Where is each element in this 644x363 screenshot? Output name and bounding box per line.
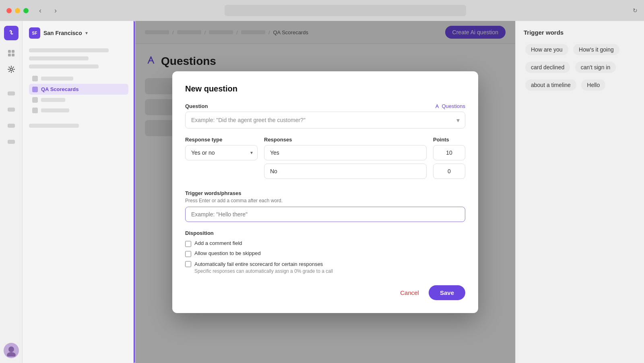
modal-overlay[interactable]: New question Question Questions Example: xyxy=(135,21,515,363)
points2-input[interactable] xyxy=(433,164,465,179)
nav-item-placeholder2[interactable] xyxy=(29,95,128,105)
trigger-section: Trigger words/phrases Press Enter or add… xyxy=(185,190,465,222)
sidebar-icon-item4[interactable] xyxy=(5,135,18,148)
svg-rect-1 xyxy=(12,50,14,53)
response1-input[interactable] xyxy=(264,145,427,160)
auto-fail-row: Automatically fail entire scorecard for … xyxy=(185,260,465,274)
chevron-down-icon[interactable]: ▾ xyxy=(85,30,88,36)
main-content: / / / / QA Scorecards Create Ai question xyxy=(135,21,515,363)
user-avatar[interactable] xyxy=(4,343,19,358)
sidebar-icon-users[interactable] xyxy=(5,87,18,100)
maximize-button[interactable] xyxy=(23,8,29,13)
app: SF San Francisco ▾ QA Scorecards xyxy=(0,21,644,363)
response-type-label: Response type xyxy=(185,137,258,143)
modal-footer: Cancel Save xyxy=(185,285,465,300)
nav-item-placeholder3[interactable] xyxy=(29,105,128,116)
trigger-hint: Press Enter or add a comma after each wo… xyxy=(185,198,465,203)
url-bar[interactable] xyxy=(225,5,466,16)
question-row-header: Question Questions xyxy=(185,103,465,109)
trigger-words-label: Trigger words/phrases xyxy=(185,190,465,196)
titlebar: ‹ › ↻ xyxy=(0,0,644,21)
modal-title: New question xyxy=(185,84,465,93)
trigger-tags-row2: card declined can't sign in xyxy=(524,60,636,75)
auto-fail-sublabel: Specific responses can automatically ass… xyxy=(194,268,333,274)
response2-input[interactable] xyxy=(264,164,427,179)
back-button[interactable]: ‹ xyxy=(37,5,44,17)
svg-rect-3 xyxy=(12,54,14,56)
workspace-avatar: SF xyxy=(29,27,40,39)
refresh-button[interactable]: ↻ xyxy=(633,7,638,14)
trigger-input[interactable] xyxy=(185,207,465,222)
skeleton-line xyxy=(29,48,109,52)
skeleton-line xyxy=(29,56,89,60)
trigger-tags-row3: about a timeline Hello xyxy=(524,78,636,92)
qa-scorecards-label: QA Scorecards xyxy=(41,86,78,92)
ai-questions-label: Questions xyxy=(442,103,465,109)
auto-fail-label[interactable]: Automatically fail entire scorecard for … xyxy=(194,261,323,267)
svg-point-6 xyxy=(7,352,16,357)
sidebar-icon-settings[interactable] xyxy=(5,63,18,76)
active-indicator xyxy=(134,21,135,363)
question-label: Question xyxy=(185,103,208,109)
ai-questions-link[interactable]: Questions xyxy=(434,103,465,109)
disposition-section: Disposition Add a comment field Allow qu… xyxy=(185,230,465,274)
trigger-tag-hows-it-going[interactable]: How's it going xyxy=(573,44,619,55)
app-logo xyxy=(4,26,19,40)
responses-col: Responses xyxy=(264,137,427,182)
allow-skip-row: Allow question to be skipped xyxy=(185,250,465,257)
points-col: Points xyxy=(433,137,465,182)
close-button[interactable] xyxy=(6,8,12,13)
response-type-col: Response type Yes or no Multiple choice … xyxy=(185,137,258,182)
add-comment-label[interactable]: Add a comment field xyxy=(194,240,242,246)
points1-input[interactable] xyxy=(433,145,465,160)
points-label: Points xyxy=(433,137,465,143)
skeleton-line xyxy=(29,64,99,68)
minimize-button[interactable] xyxy=(15,8,20,13)
trigger-words-title: Trigger words xyxy=(524,29,636,36)
left-panel: SF San Francisco ▾ QA Scorecards xyxy=(23,21,135,363)
trigger-tags-row1: How are you How's it going xyxy=(524,42,636,57)
auto-fail-checkbox[interactable] xyxy=(185,261,191,267)
forward-button[interactable]: › xyxy=(52,5,59,17)
icon-rail xyxy=(0,21,23,363)
workspace-header: SF San Francisco ▾ xyxy=(29,27,128,39)
sidebar-icon-item2[interactable] xyxy=(5,103,18,116)
nav-item-qa-scorecards[interactable]: QA Scorecards xyxy=(29,84,128,95)
workspace-name: San Francisco xyxy=(43,30,82,36)
allow-skip-label[interactable]: Allow question to be skipped xyxy=(194,250,261,256)
svg-point-4 xyxy=(10,68,12,71)
sidebar-icon-grid[interactable] xyxy=(5,47,18,60)
skeleton-line xyxy=(29,124,79,128)
allow-skip-checkbox[interactable] xyxy=(185,251,191,257)
response-type-select[interactable]: Yes or no Multiple choice Text xyxy=(185,145,258,160)
trigger-tag-how-are-you[interactable]: How are you xyxy=(525,44,568,55)
form-columns: Response type Yes or no Multiple choice … xyxy=(185,137,465,182)
add-comment-checkbox[interactable] xyxy=(185,241,191,247)
disposition-title: Disposition xyxy=(185,230,465,236)
svg-rect-0 xyxy=(8,50,11,53)
svg-rect-2 xyxy=(8,54,11,56)
responses-label: Responses xyxy=(264,137,427,143)
right-panel: Trigger words How are you How's it going… xyxy=(515,21,644,363)
sidebar-icon-item3[interactable] xyxy=(5,119,18,132)
trigger-tag-cant-sign-in[interactable]: can't sign in xyxy=(575,62,616,73)
save-button[interactable]: Save xyxy=(429,285,465,300)
question-select-wrap: Example: "Did the agent greet the custom… xyxy=(185,112,465,129)
trigger-tag-card-declined[interactable]: card declined xyxy=(525,62,570,73)
trigger-tag-hello[interactable]: Hello xyxy=(581,79,605,91)
question-select[interactable]: Example: "Did the agent greet the custom… xyxy=(185,112,465,129)
cancel-button[interactable]: Cancel xyxy=(395,286,424,299)
add-comment-row: Add a comment field xyxy=(185,240,465,247)
modal: New question Question Questions Example: xyxy=(172,71,478,313)
svg-point-5 xyxy=(8,346,14,352)
response-type-select-wrap: Yes or no Multiple choice Text ▾ xyxy=(185,145,258,160)
nav-item-placeholder1[interactable] xyxy=(29,73,128,84)
trigger-tag-about-timeline[interactable]: about a timeline xyxy=(525,79,576,91)
